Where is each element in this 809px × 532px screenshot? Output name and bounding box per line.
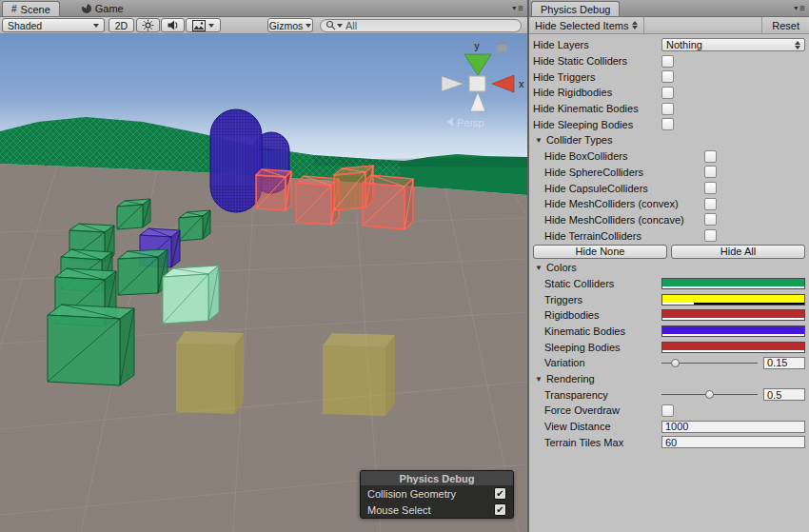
hide-meshcolliders-convex-checkbox[interactable]	[704, 198, 717, 210]
rendering-foldout[interactable]: ▼ Rendering	[529, 371, 809, 387]
hide-static-colliders-row: Hide Static Colliders	[529, 53, 809, 69]
inspector-rows: Hide Layers Nothing Hide Static Collider…	[529, 34, 809, 450]
hide-meshcolliders-convex-row: Hide MeshColliders (convex)	[529, 196, 809, 212]
sun-icon	[142, 19, 154, 31]
reset-button[interactable]: Reset	[761, 17, 809, 33]
transparency-slider-thumb[interactable]	[705, 390, 714, 399]
scene-effects-button[interactable]	[186, 18, 221, 32]
transparency-row: Transparency 0.5	[529, 386, 809, 403]
triggers-color-swatch[interactable]	[661, 294, 805, 305]
scene-audio-button[interactable]	[161, 18, 185, 32]
view-distance-row: View Distance 1000	[529, 419, 809, 435]
foldout-triangle-icon: ▼	[535, 136, 543, 145]
game-icon	[82, 4, 91, 13]
gizmo-y-label: y	[474, 41, 480, 51]
scene-viewport[interactable]: y x Persp Physics Debug Collision Geomet…	[0, 34, 527, 532]
scene-search-field[interactable]	[320, 19, 522, 32]
hide-rigidbodies-row: Hide Rigidbodies	[529, 85, 809, 101]
hide-kinematic-bodies-checkbox[interactable]	[661, 103, 674, 115]
static-colliders-color-row: Static Colliders	[529, 276, 809, 292]
gizmos-dropdown[interactable]: Gizmos	[267, 18, 313, 32]
popup-arrows-icon	[795, 41, 800, 49]
tab-game[interactable]: Game	[73, 1, 132, 16]
static-colliders-color-swatch[interactable]	[661, 278, 805, 289]
transparency-value-field[interactable]: 0.5	[763, 388, 805, 401]
hide-terraincolliders-row: Hide TerrainColliders	[529, 227, 809, 244]
variation-value-field[interactable]: 0.15	[763, 357, 805, 369]
hide-kinematic-bodies-row: Hide Kinematic Bodies	[529, 101, 809, 117]
collider-types-foldout[interactable]: ▼ Collider Types	[529, 132, 809, 148]
hide-capsulecolliders-checkbox[interactable]	[704, 182, 717, 194]
inspector-toolbar: Hide Selected Items Reset	[529, 17, 809, 34]
kinematic-bodies-color-swatch[interactable]	[661, 325, 805, 337]
hide-meshcolliders-concave-checkbox[interactable]	[704, 213, 717, 226]
terrain-tiles-max-field[interactable]: 60	[661, 436, 805, 448]
search-filter-caret-icon	[337, 24, 343, 28]
force-overdraw-checkbox[interactable]	[661, 404, 674, 417]
scene-grid-icon: #	[11, 4, 17, 14]
hide-meshcolliders-concave-row: Hide MeshColliders (concave)	[529, 212, 809, 228]
overlay-title: Physics Debug	[361, 471, 513, 485]
speaker-icon	[167, 19, 179, 31]
collision-geometry-label: Collision Geometry	[367, 488, 494, 500]
hide-none-button[interactable]: Hide None	[533, 245, 667, 259]
physics-debug-panel: Physics Debug ▾≡ Hide Selected Items Res…	[529, 0, 809, 532]
hide-spherecolliders-checkbox[interactable]	[704, 166, 717, 178]
scene-panel-menu-icon[interactable]: ▾≡	[512, 3, 524, 13]
scene-panel: # Scene Game ▾≡ Shaded 2D	[0, 0, 529, 532]
inspector-panel-menu-icon[interactable]: ▾≡	[794, 3, 806, 13]
scene-lighting-button[interactable]	[136, 18, 160, 32]
hide-rigidbodies-checkbox[interactable]	[661, 87, 674, 99]
variation-row: Variation 0.15	[529, 355, 809, 371]
hide-mode-dropdown[interactable]: Hide Selected Items	[529, 17, 644, 33]
chevron-down-icon	[93, 24, 99, 28]
hide-triggers-checkbox[interactable]	[661, 70, 674, 83]
hide-all-button[interactable]: Hide All	[671, 245, 805, 259]
variation-slider-thumb[interactable]	[671, 359, 680, 367]
collision-geometry-checkbox[interactable]	[494, 487, 506, 500]
sleeping-bodies-color-swatch[interactable]	[661, 342, 805, 353]
mouse-select-checkbox[interactable]	[494, 503, 506, 516]
hide-capsulecolliders-row: Hide CapsuleColliders	[529, 180, 809, 196]
colors-foldout[interactable]: ▼ Colors	[529, 260, 809, 276]
capsule-collider-front[interactable]	[210, 109, 262, 213]
scene-3d-canvas: y x Persp	[0, 34, 527, 532]
transparency-slider[interactable]	[661, 388, 758, 401]
rigidbodies-color-swatch[interactable]	[661, 309, 805, 321]
tab-scene[interactable]: # Scene	[2, 1, 60, 16]
triggers-color-row: Triggers	[529, 291, 809, 307]
view-distance-field[interactable]: 1000	[661, 421, 805, 433]
physics-debug-overlay: Physics Debug Collision Geometry Mouse S…	[360, 470, 514, 519]
hide-layers-dropdown[interactable]: Nothing	[661, 38, 805, 51]
chevron-down-icon	[306, 24, 311, 28]
search-icon	[326, 20, 336, 30]
variation-slider[interactable]	[661, 357, 758, 369]
tab-physics-debug-label: Physics Debug	[541, 4, 610, 15]
hide-spherecolliders-row: Hide SphereColliders	[529, 165, 809, 181]
hide-terraincolliders-checkbox[interactable]	[704, 229, 717, 242]
hide-boxcolliders-checkbox[interactable]	[704, 150, 717, 163]
toggle-2d-button[interactable]: 2D	[109, 18, 134, 32]
inspector-tabbar: Physics Debug ▾≡	[529, 0, 809, 17]
image-icon	[192, 20, 206, 31]
hide-layers-label: Hide Layers	[533, 39, 661, 50]
foldout-triangle-icon: ▼	[535, 375, 543, 384]
kinematic-bodies-color-row: Kinematic Bodies	[529, 324, 809, 340]
gizmo-center-cube[interactable]	[469, 76, 485, 91]
hide-sleeping-bodies-checkbox[interactable]	[661, 118, 674, 130]
tab-scene-label: Scene	[21, 4, 50, 15]
hide-static-colliders-checkbox[interactable]	[661, 55, 674, 68]
force-overdraw-row: Force Overdraw	[529, 403, 809, 419]
shading-mode-label: Shaded	[8, 20, 90, 31]
hide-boxcolliders-row: Hide BoxColliders	[529, 148, 809, 165]
overlay-row-collision-geometry: Collision Geometry	[361, 485, 513, 502]
rigidbodies-color-row: Rigidbodies	[529, 307, 809, 324]
tab-physics-debug[interactable]: Physics Debug	[531, 1, 620, 16]
hide-layers-row: Hide Layers Nothing	[529, 37, 809, 53]
mouse-select-label: Mouse Select	[367, 504, 494, 516]
hide-sleeping-bodies-row: Hide Sleeping Bodies	[529, 116, 809, 132]
search-input[interactable]	[345, 20, 498, 31]
persp-label: Persp	[457, 117, 484, 128]
shading-mode-dropdown[interactable]: Shaded	[2, 18, 105, 32]
foldout-triangle-icon: ▼	[535, 264, 543, 272]
